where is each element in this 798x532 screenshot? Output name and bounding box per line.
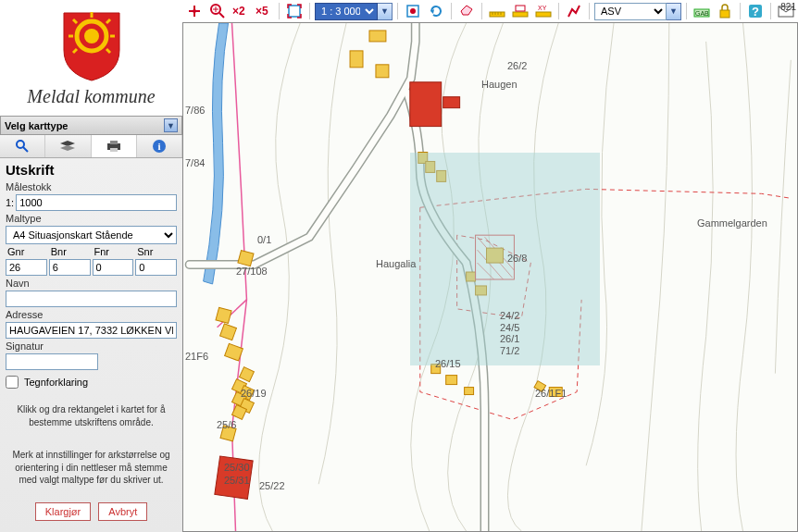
bnr-input[interactable]	[49, 259, 91, 276]
svg-line-10	[23, 147, 28, 152]
parcel-label: 26/2	[507, 60, 527, 71]
svg-rect-71	[410, 82, 442, 127]
avbryt-button[interactable]: Avbryt	[98, 502, 147, 521]
snr-input[interactable]	[135, 259, 177, 276]
svg-line-20	[219, 13, 224, 18]
svg-point-9	[17, 141, 24, 148]
parcel-label-stack: 24/2 24/5 26/1 71/2	[500, 310, 519, 357]
place-label: Haugen	[481, 79, 517, 90]
municipality-name: Meldal kommune	[27, 86, 155, 107]
coord-display: 821	[780, 2, 796, 12]
svg-rect-15	[110, 148, 118, 152]
svg-rect-72	[443, 97, 460, 108]
measure-area-icon[interactable]	[510, 2, 530, 20]
svg-text:?: ?	[752, 5, 759, 19]
svg-marker-29	[461, 6, 472, 15]
tab-info[interactable]: i	[137, 135, 182, 157]
chevron-down-icon[interactable]: ▼	[667, 3, 681, 20]
tool-select[interactable]: ASV	[594, 3, 667, 20]
gab-icon[interactable]: GAB	[692, 2, 712, 20]
chevron-down-icon[interactable]: ▼	[164, 118, 178, 132]
parcel-label: 26/1F1	[535, 388, 567, 399]
signatur-input[interactable]	[6, 353, 98, 370]
svg-rect-41	[720, 10, 729, 18]
pan-tool-icon[interactable]	[184, 2, 205, 20]
svg-text:i: i	[157, 141, 160, 152]
klargjor-button[interactable]: Klargjør	[35, 502, 92, 521]
maltype-label: Maltype	[6, 213, 177, 224]
svg-rect-35	[513, 12, 528, 17]
map-type-selector[interactable]: Velg karttype ▼	[0, 116, 182, 135]
panel-title: Utskrift	[6, 162, 177, 178]
scale-input[interactable]	[16, 194, 177, 211]
print-panel: Utskrift Målestokk 1: Maltype A4 Situasj…	[0, 158, 182, 532]
svg-rect-48	[376, 65, 389, 78]
map-viewport[interactable]: Haugen Haugalia Gammelgarden 26/2 0/1 7/…	[182, 22, 798, 532]
gnr-input[interactable]	[6, 259, 47, 276]
layers-icon	[60, 141, 75, 152]
help-icon[interactable]: ?	[745, 2, 766, 20]
svg-rect-53	[216, 307, 231, 323]
municipality-crest	[59, 8, 124, 82]
measure-xy-icon[interactable]: XY	[533, 2, 554, 20]
extent-icon[interactable]	[284, 2, 305, 20]
map-type-label: Velg karttype	[5, 120, 68, 131]
svg-point-27	[410, 8, 416, 14]
draw-line-icon[interactable]	[564, 2, 584, 20]
gnr-label: Gnr	[6, 246, 47, 257]
adresse-input[interactable]	[6, 322, 177, 339]
parcel-label: 7/84	[185, 157, 205, 168]
zoom-x5-icon[interactable]: ×5	[254, 2, 274, 20]
zoom-in-icon[interactable]	[207, 2, 228, 20]
info-icon: i	[152, 139, 167, 154]
parcel-label: 7/86	[185, 105, 205, 116]
svg-rect-64	[446, 376, 457, 385]
fnr-input[interactable]	[93, 259, 134, 276]
parcel-label: 25/31	[224, 475, 250, 486]
refresh-icon[interactable]	[403, 2, 423, 20]
measure-icon[interactable]	[487, 2, 507, 20]
lock-icon[interactable]	[715, 2, 735, 20]
bnr-label: Bnr	[49, 246, 91, 257]
place-label: Gammelgarden	[697, 217, 767, 229]
navn-input[interactable]	[6, 291, 177, 307]
svg-point-18	[193, 9, 196, 13]
svg-rect-30	[490, 12, 505, 17]
svg-rect-65	[465, 388, 474, 395]
scale-prefix: 1:	[6, 197, 14, 208]
svg-text:XY: XY	[538, 5, 547, 11]
parcel-label: 0/1	[257, 234, 271, 245]
snr-label: Snr	[135, 246, 177, 257]
scale-dropdown[interactable]: 1 : 3 000	[315, 3, 378, 20]
tegnforklaring-label: Tegnforklaring	[24, 377, 88, 388]
svg-rect-25	[289, 6, 300, 17]
map-toolbar: ×2 ×5 1 : 3 000 ▼ XY	[182, 0, 798, 22]
signatur-label: Signatur	[6, 340, 177, 352]
instruction-2: Merk at innstillinger for arkstørrelse o…	[7, 449, 175, 487]
reload-icon[interactable]	[426, 2, 446, 20]
svg-text:GAB: GAB	[695, 10, 709, 17]
branding-area: Meldal kommune	[0, 0, 182, 116]
svg-rect-37	[536, 12, 551, 17]
parcel-label: 21F6	[185, 351, 208, 362]
chevron-down-icon[interactable]: ▼	[378, 3, 393, 20]
zoom-x2-icon[interactable]: ×2	[231, 2, 251, 20]
svg-marker-12	[60, 145, 75, 151]
parcel-label: 25/6	[217, 419, 236, 430]
place-label: Haugalia	[376, 258, 416, 269]
parcel-label: 27/108	[236, 266, 268, 277]
tab-print[interactable]	[92, 135, 137, 157]
svg-text:×5: ×5	[256, 5, 268, 18]
svg-point-1	[84, 29, 99, 43]
svg-rect-36	[516, 6, 525, 11]
instruction-1: Klikk og dra rektangelet i kartet for å …	[7, 403, 175, 428]
maltype-select[interactable]: A4 Situasjonskart Stående	[6, 226, 177, 244]
erase-icon[interactable]	[456, 2, 477, 20]
printer-icon	[106, 140, 122, 153]
tegnforklaring-checkbox[interactable]	[6, 376, 19, 389]
svg-rect-46	[369, 31, 386, 42]
tab-search[interactable]	[0, 135, 45, 157]
parcel-label: 25/22	[259, 480, 285, 491]
tab-layers[interactable]	[45, 135, 91, 157]
svg-rect-47	[350, 51, 363, 68]
